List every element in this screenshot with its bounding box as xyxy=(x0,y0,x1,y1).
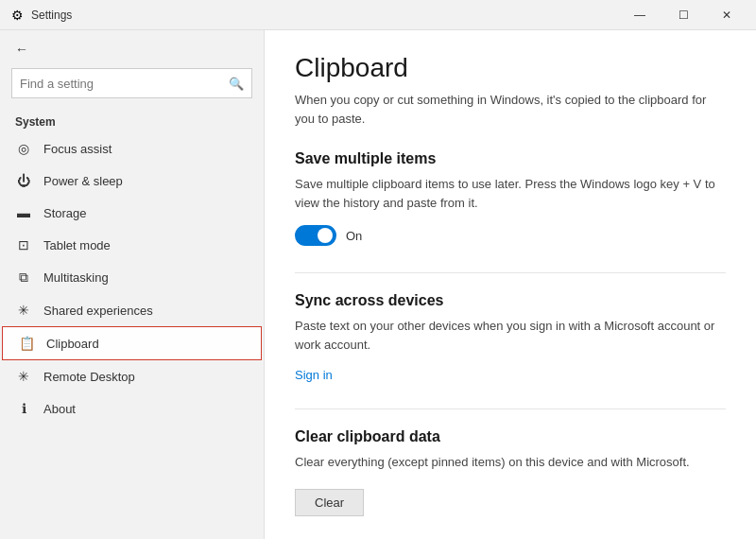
title-bar-controls: — ☐ ✕ xyxy=(618,0,748,30)
sidebar-item-focus-assist[interactable]: ◎ Focus assist xyxy=(0,132,264,165)
sidebar-item-label: Shared experiences xyxy=(43,304,153,318)
content-area: Clipboard When you copy or cut something… xyxy=(265,30,756,539)
tablet-icon: ⊡ xyxy=(15,237,32,252)
sidebar-item-power-sleep[interactable]: ⏻ Power & sleep xyxy=(0,165,264,197)
toggle-knob xyxy=(318,228,333,243)
search-box[interactable]: 🔍 xyxy=(11,68,252,98)
sign-in-link[interactable]: Sign in xyxy=(295,368,333,382)
page-description: When you copy or cut something in Window… xyxy=(295,91,726,128)
close-button[interactable]: ✕ xyxy=(705,0,748,30)
divider-1 xyxy=(295,272,726,273)
clear-button[interactable]: Clear xyxy=(295,489,364,516)
title-bar: ⚙ Settings — ☐ ✕ xyxy=(0,0,756,30)
title-bar-left: ⚙ Settings xyxy=(11,8,72,23)
sidebar-item-storage[interactable]: ▬ Storage xyxy=(0,197,264,229)
multitasking-icon: ⧉ xyxy=(15,270,32,286)
sidebar-item-clipboard[interactable]: 📋 Clipboard xyxy=(2,326,262,360)
remote-desktop-icon: ✳ xyxy=(15,369,32,384)
section-heading-save-multiple: Save multiple items xyxy=(295,150,726,167)
power-sleep-icon: ⏻ xyxy=(15,173,32,188)
toggle-row-save-multiple: On xyxy=(295,225,726,246)
app-body: ← 🔍 System ◎ Focus assist ⏻ Power & slee… xyxy=(0,30,756,539)
sidebar-section-label: System xyxy=(0,110,264,132)
divider-2 xyxy=(295,409,726,409)
sidebar-item-label: Tablet mode xyxy=(43,238,111,252)
sidebar-item-tablet-mode[interactable]: ⊡ Tablet mode xyxy=(0,229,264,261)
shared-icon: ✳ xyxy=(15,303,32,318)
title-bar-title: Settings xyxy=(31,9,72,22)
sidebar-item-label: About xyxy=(43,402,76,416)
sidebar-item-about[interactable]: ℹ About xyxy=(0,392,264,425)
section-desc-save-multiple: Save multiple clipboard items to use lat… xyxy=(295,175,726,212)
sidebar-item-shared-experiences[interactable]: ✳ Shared experiences xyxy=(0,294,264,326)
clipboard-icon: 📋 xyxy=(18,336,35,351)
sidebar-item-label: Storage xyxy=(43,206,87,220)
search-icon: 🔍 xyxy=(229,77,244,91)
storage-icon: ▬ xyxy=(15,205,32,220)
section-desc-sync: Paste text on your other devices when yo… xyxy=(295,317,726,354)
settings-icon: ⚙ xyxy=(11,8,24,23)
sidebar-item-multitasking[interactable]: ⧉ Multitasking xyxy=(0,261,264,294)
section-heading-clear: Clear clipboard data xyxy=(295,428,726,445)
search-input[interactable] xyxy=(20,77,229,91)
sidebar-item-label: Clipboard xyxy=(46,337,99,351)
back-navigation[interactable]: ← xyxy=(0,30,264,68)
maximize-button[interactable]: ☐ xyxy=(662,0,705,30)
page-title: Clipboard xyxy=(295,53,726,83)
sidebar-item-label: Remote Desktop xyxy=(43,370,135,384)
sidebar-item-label: Multitasking xyxy=(43,270,109,285)
sidebar-item-remote-desktop[interactable]: ✳ Remote Desktop xyxy=(0,360,264,392)
sidebar: ← 🔍 System ◎ Focus assist ⏻ Power & slee… xyxy=(0,30,265,539)
focus-assist-icon: ◎ xyxy=(15,141,32,156)
section-heading-sync: Sync across devices xyxy=(295,292,726,309)
section-desc-clear: Clear everything (except pinned items) o… xyxy=(295,453,726,472)
toggle-label-on: On xyxy=(346,229,362,243)
sidebar-item-label: Power & sleep xyxy=(43,174,123,188)
back-arrow-icon: ← xyxy=(15,42,28,57)
about-icon: ℹ xyxy=(15,401,32,416)
minimize-button[interactable]: — xyxy=(618,0,662,30)
save-multiple-toggle[interactable] xyxy=(295,225,336,246)
sidebar-item-label: Focus assist xyxy=(43,142,112,156)
